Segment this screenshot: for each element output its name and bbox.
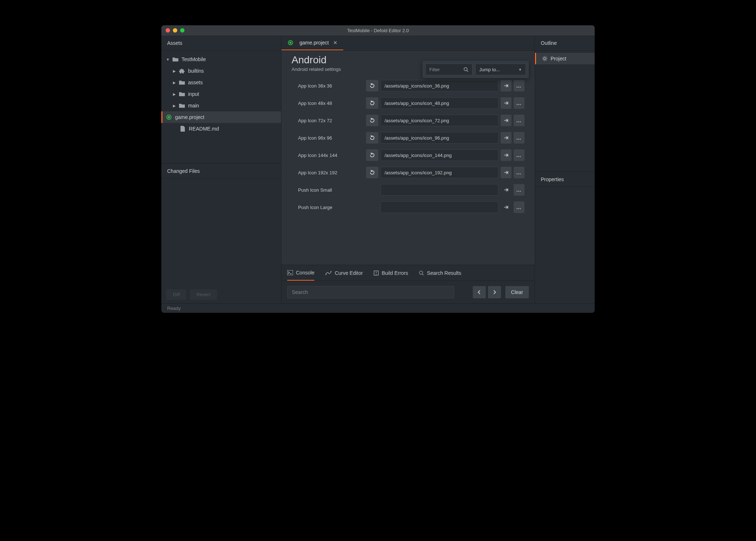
right-sidebar: Outline Project Properties	[535, 35, 595, 303]
next-button[interactable]	[488, 286, 501, 298]
path-input[interactable]: /assets/app_icons/icon_36.png	[381, 80, 498, 91]
changed-files-list	[161, 179, 281, 285]
reset-button[interactable]	[366, 97, 378, 109]
open-resource-button[interactable]	[501, 201, 511, 213]
tab-label: game.project	[300, 40, 329, 46]
open-resource-button[interactable]	[501, 167, 511, 178]
console-search-input[interactable]: Search	[287, 286, 454, 298]
tree-item-game-project[interactable]: game.project	[161, 111, 281, 123]
jump-label: Jump to...	[479, 67, 500, 72]
browse-button[interactable]: …	[514, 132, 524, 144]
reset-button[interactable]	[366, 115, 378, 126]
browse-button[interactable]: …	[514, 115, 524, 126]
search-icon	[419, 270, 424, 276]
chevron-down-icon: ▼	[518, 68, 522, 72]
tree-label: assets	[188, 80, 203, 85]
svg-line-16	[546, 60, 547, 61]
chevron-right-icon[interactable]: ▶	[172, 81, 177, 85]
folder-icon	[179, 79, 185, 86]
open-resource-button[interactable]	[501, 184, 511, 196]
chevron-down-icon[interactable]: ▼	[166, 57, 170, 61]
chevron-right-icon[interactable]: ▶	[172, 92, 177, 96]
browse-button[interactable]: …	[514, 201, 524, 213]
revert-button[interactable]: Revert	[190, 289, 217, 300]
path-input[interactable]: /assets/app_icons/icon_144.png	[381, 149, 498, 161]
open-resource-button[interactable]	[501, 132, 511, 144]
search-icon	[463, 67, 468, 72]
tree-label: input	[188, 91, 199, 97]
open-resource-button[interactable]	[501, 80, 511, 91]
reset-button[interactable]	[366, 167, 378, 178]
prev-button[interactable]	[473, 286, 486, 298]
browse-button[interactable]: …	[514, 149, 524, 161]
tree-item-builtins[interactable]: ▶ builtins	[161, 65, 281, 77]
browse-button[interactable]: …	[514, 80, 524, 91]
defold-icon	[287, 39, 294, 46]
path-input[interactable]: /assets/app_icons/icon_72.png	[381, 115, 498, 126]
svg-point-4	[331, 271, 332, 272]
reset-button[interactable]	[366, 149, 378, 161]
curve-icon	[325, 270, 332, 276]
property-label: App Icon 36x 36	[292, 83, 364, 89]
tab-console[interactable]: Console	[287, 265, 314, 281]
property-label: App Icon 72x 72	[292, 118, 364, 123]
path-input[interactable]: /assets/app_icons/icon_192.png	[381, 167, 498, 178]
svg-point-3	[326, 274, 327, 275]
tree-item-assets[interactable]: ▶ assets	[161, 77, 281, 88]
browse-button[interactable]: …	[514, 167, 524, 178]
chevron-right-icon[interactable]: ▶	[172, 104, 177, 108]
property-row: App Icon 48x 48 /assets/app_icons/icon_4…	[292, 94, 524, 112]
reset-button[interactable]	[366, 132, 378, 144]
tab-search-results[interactable]: Search Results	[419, 265, 461, 281]
gear-icon	[542, 56, 548, 61]
path-input[interactable]: /assets/app_icons/icon_96.png	[381, 132, 498, 144]
changed-files-actions: Diff Revert	[161, 285, 281, 303]
tree-label: main	[188, 103, 199, 108]
tab-curve-editor[interactable]: Curve Editor	[325, 265, 363, 281]
tab-game-project[interactable]: game.project ✕	[281, 35, 343, 50]
open-resource-button[interactable]	[501, 149, 511, 161]
tab-build-errors[interactable]: Build Errors	[374, 265, 408, 281]
outline-item-project[interactable]: Project	[535, 53, 595, 64]
left-sidebar: Assets ▼ TestMobile ▶ builtins	[161, 35, 281, 303]
property-row: Push Icon Small …	[292, 181, 524, 199]
chevron-right-icon[interactable]: ▶	[172, 69, 177, 73]
assets-tree: ▼ TestMobile ▶ builtins ▶	[161, 51, 281, 163]
filter-placeholder: Filter	[429, 67, 440, 72]
reset-button[interactable]	[366, 80, 378, 91]
svg-line-9	[422, 274, 424, 275]
clear-button[interactable]: Clear	[505, 286, 529, 298]
close-tab-icon[interactable]: ✕	[333, 40, 337, 46]
tree-item-input[interactable]: ▶ input	[161, 88, 281, 100]
path-input[interactable]: /assets/app_icons/icon_48.png	[381, 97, 498, 109]
path-input[interactable]	[381, 184, 498, 196]
browse-button[interactable]: …	[514, 184, 524, 196]
console-body: Search Clear	[281, 281, 535, 303]
defold-icon	[166, 114, 172, 120]
property-label: App Icon 144x 144	[292, 153, 364, 158]
properties-body	[535, 187, 595, 303]
tree-root[interactable]: ▼ TestMobile	[161, 54, 281, 65]
error-icon	[374, 270, 379, 276]
path-input[interactable]	[381, 201, 498, 213]
browse-button[interactable]: …	[514, 97, 524, 109]
tree-item-main[interactable]: ▶ main	[161, 100, 281, 111]
diff-button[interactable]: Diff	[166, 289, 186, 300]
jump-to-select[interactable]: Jump to... ▼	[475, 64, 526, 75]
filter-input[interactable]: Filter	[425, 64, 472, 75]
svg-point-7	[376, 274, 377, 275]
property-row: App Icon 72x 72 /assets/app_icons/icon_7…	[292, 112, 524, 129]
svg-line-17	[543, 60, 544, 61]
filter-bar: Filter Jump to... ▼	[422, 61, 529, 78]
property-row: App Icon 96x 96 /assets/app_icons/icon_9…	[292, 129, 524, 146]
open-resource-button[interactable]	[501, 115, 511, 126]
folder-icon	[172, 56, 179, 63]
property-label: App Icon 96x 96	[292, 135, 364, 141]
outline-panel-header: Outline	[535, 35, 595, 51]
changed-files-header: Changed Files	[161, 163, 281, 179]
file-icon	[179, 125, 186, 132]
console-icon	[287, 270, 293, 275]
titlebar: TestMobile - Defold Editor 2.0	[161, 25, 595, 35]
open-resource-button[interactable]	[501, 97, 511, 109]
tree-item-readme[interactable]: README.md	[161, 123, 281, 135]
